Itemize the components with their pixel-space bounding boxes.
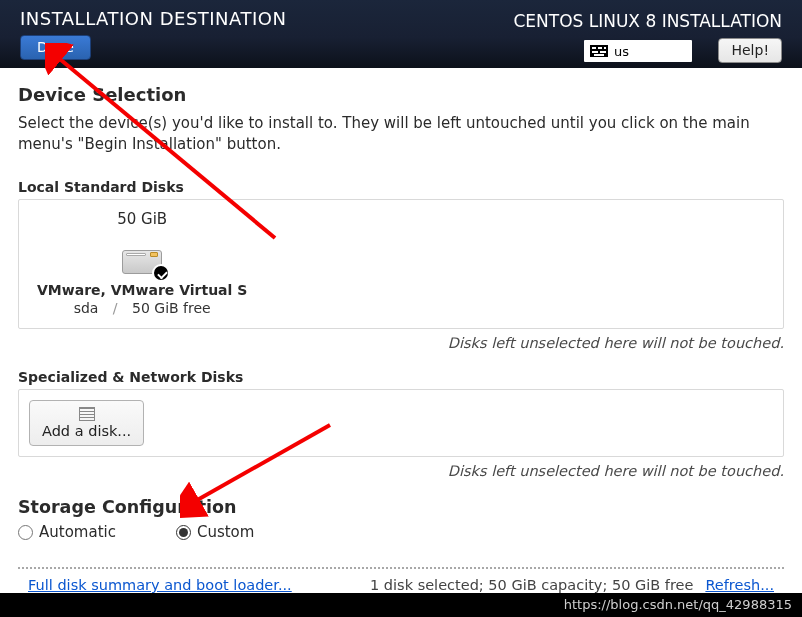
radio-automatic-label: Automatic <box>39 523 116 541</box>
keyboard-icon <box>590 45 608 57</box>
keyboard-layout-label: us <box>614 44 629 59</box>
keyboard-layout-selector[interactable]: us <box>584 40 692 62</box>
check-circle-icon <box>152 264 170 282</box>
local-disks-box: 50 GiB VMware, VMware Virtual S sda / 50… <box>18 199 784 329</box>
disk-free: 50 GiB free <box>132 300 211 316</box>
radio-automatic-input[interactable] <box>18 525 33 540</box>
network-disks-box: Add a disk... <box>18 389 784 457</box>
refresh-link[interactable]: Refresh... <box>705 577 774 593</box>
main-content: Device Selection Select the device(s) yo… <box>0 68 802 603</box>
installer-header: INSTALLATION DESTINATION CENTOS LINUX 8 … <box>0 0 802 68</box>
disk-capacity: 50 GiB <box>37 210 247 228</box>
radio-custom[interactable]: Custom <box>176 523 254 541</box>
drive-list-icon <box>79 407 95 421</box>
network-disks-label: Specialized & Network Disks <box>18 369 784 385</box>
disk-name: VMware, VMware Virtual S <box>37 282 247 298</box>
radio-automatic[interactable]: Automatic <box>18 523 116 541</box>
add-disk-label: Add a disk... <box>42 423 131 439</box>
disk-status-text: 1 disk selected; 50 GiB capacity; 50 GiB… <box>370 577 693 593</box>
disk-device: sda <box>74 300 99 316</box>
storage-config-heading: Storage Configuration <box>18 497 784 517</box>
done-button[interactable]: Done <box>20 35 91 60</box>
device-selection-heading: Device Selection <box>18 84 784 105</box>
network-disks-note: Disks left unselected here will not be t… <box>18 463 784 479</box>
hard-disk-icon <box>122 250 162 274</box>
radio-custom-input[interactable] <box>176 525 191 540</box>
help-button[interactable]: Help! <box>718 38 782 63</box>
device-selection-text: Select the device(s) you'd like to insta… <box>18 113 784 155</box>
disk-item[interactable]: 50 GiB VMware, VMware Virtual S sda / 50… <box>37 210 247 316</box>
storage-config-radios: Automatic Custom <box>18 523 784 541</box>
radio-custom-label: Custom <box>197 523 254 541</box>
local-disks-label: Local Standard Disks <box>18 179 784 195</box>
disk-subinfo: sda / 50 GiB free <box>37 300 247 316</box>
watermark-text: https://blog.csdn.net/qq_42988315 <box>564 597 792 612</box>
local-disks-note: Disks left unselected here will not be t… <box>18 335 784 351</box>
installer-title: CENTOS LINUX 8 INSTALLATION <box>513 11 782 31</box>
watermark-bar: https://blog.csdn.net/qq_42988315 <box>0 593 802 617</box>
add-disk-button[interactable]: Add a disk... <box>29 400 144 446</box>
separator-dotted <box>18 567 784 569</box>
full-disk-summary-link[interactable]: Full disk summary and boot loader... <box>28 577 292 593</box>
